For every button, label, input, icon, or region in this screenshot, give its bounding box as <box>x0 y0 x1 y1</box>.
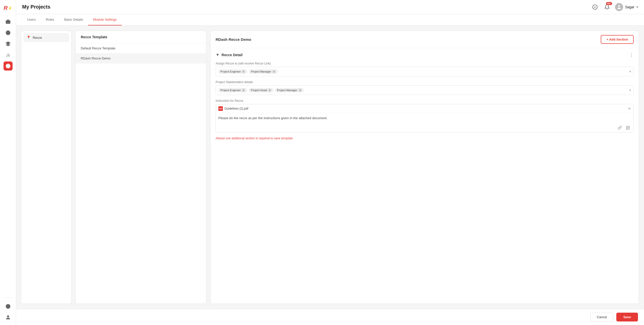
stakeholder-tag-1: Project Head ✕ <box>249 88 273 92</box>
stakeholder-tag-1-label: Project Head <box>251 89 267 92</box>
sidebar-item-analytics[interactable] <box>4 50 13 59</box>
notification-badge: 99+ <box>606 2 612 5</box>
tab-roles[interactable]: Roles <box>41 14 59 25</box>
sidebar-item-settings[interactable] <box>4 61 13 71</box>
stakeholder-tag-2-remove[interactable]: ✕ <box>298 88 302 92</box>
recce-panel-title: RDash Recce Demo <box>216 37 251 42</box>
recce-panel-header: RDash Recce Demo + Add Section <box>211 31 639 48</box>
assign-recce-field: Assign Recce to (will receive Recce Link… <box>216 62 634 76</box>
tab-basic-details[interactable]: Basic Details <box>59 14 88 25</box>
more-options-icon[interactable]: ⋮ <box>629 52 634 58</box>
tab-module-settings[interactable]: Module Settings <box>88 14 122 25</box>
stakeholders-tags-row: Project Engineer ✕ Project Head ✕ Projec… <box>218 88 304 92</box>
stakeholders-select-arrow-icon: ▾ <box>629 88 631 92</box>
recce-icon: 📍 <box>26 36 31 40</box>
assign-tag-1: Project Manager ✕ <box>249 69 278 74</box>
instruction-toolbar <box>216 123 633 132</box>
instruction-box[interactable]: PDF Guidelines (2).pdf ✕ Please do the r… <box>216 104 634 133</box>
stakeholder-tag-2-label: Project Manager <box>277 89 297 92</box>
pdf-icon: PDF <box>218 106 223 111</box>
user-menu[interactable]: Sagar ▾ <box>615 3 638 11</box>
attachment-close-icon[interactable]: ✕ <box>628 107 631 111</box>
instruction-field: Instruction for Recce PDF Guidelines (2)… <box>216 99 634 133</box>
assign-tag-1-label: Project Manager <box>251 70 271 73</box>
link-icon[interactable] <box>617 125 623 131</box>
svg-rect-0 <box>6 21 10 24</box>
logo-bolt: ⚡ <box>8 6 12 10</box>
instruction-text: Please do the recce as per the instructi… <box>216 113 633 123</box>
logo-text: R <box>4 5 8 11</box>
recce-detail-panel: RDash Recce Demo + Add Section ▼ Recce D… <box>210 31 639 304</box>
recce-section-content: ▼ Recce Detail ⋮ Assign Recce to (will r… <box>211 48 639 304</box>
attachment-row: PDF Guidelines (2).pdf ✕ <box>216 104 633 113</box>
stakeholder-tag-0-label: Project Engineer <box>220 89 241 92</box>
sidebar-item-layers[interactable] <box>4 39 13 48</box>
module-item-label: Recce <box>33 36 42 40</box>
section-title: Recce Detail <box>222 53 243 57</box>
assign-recce-label: Assign Recce to (will receive Recce Link… <box>216 62 634 65</box>
svg-point-11 <box>618 5 620 7</box>
content-area: 📍 Recce Recce Template Default Recce Tem… <box>16 26 644 309</box>
sidebar: R ⚡ <box>0 0 16 325</box>
module-list-panel: 📍 Recce <box>21 31 71 304</box>
stakeholders-field: Project Stakeholders details Project Eng… <box>216 80 634 95</box>
sidebar-divider <box>4 298 12 298</box>
cancel-button[interactable]: Cancel <box>590 313 613 321</box>
section-title-row: ▼ Recce Detail <box>216 53 243 57</box>
topbar: My Projects 99+ Sagar ▾ <box>16 0 644 14</box>
svg-marker-2 <box>6 42 10 44</box>
template-list-panel: Recce Template Default Recce Template RD… <box>75 31 206 304</box>
assign-tag-1-remove[interactable]: ✕ <box>272 70 276 73</box>
user-chevron-icon: ▾ <box>636 5 638 9</box>
stakeholder-tag-0: Project Engineer ✕ <box>218 88 247 92</box>
sidebar-item-projects[interactable] <box>4 17 13 26</box>
template-item-default[interactable]: Default Recce Template <box>76 43 206 53</box>
assign-tag-0-label: Project Engineer <box>220 70 241 73</box>
avatar <box>615 3 623 11</box>
page-title: My Projects <box>22 4 50 10</box>
attachment-info: PDF Guidelines (2).pdf <box>218 106 248 111</box>
error-message: Atleast one additional section is requir… <box>216 137 634 140</box>
main-content: My Projects 99+ Sagar ▾ Users Roles Basi… <box>16 0 644 325</box>
app-logo: R ⚡ <box>3 3 13 13</box>
module-item-recce[interactable]: 📍 Recce <box>23 33 69 42</box>
tasks-icon-btn[interactable] <box>591 3 599 11</box>
assign-tag-0-remove[interactable]: ✕ <box>242 70 245 73</box>
stakeholders-select[interactable]: Project Engineer ✕ Project Head ✕ Projec… <box>216 85 634 95</box>
topbar-right: 99+ Sagar ▾ <box>591 3 638 11</box>
add-section-button[interactable]: + Add Section <box>601 35 634 44</box>
save-button[interactable]: Save <box>616 313 638 321</box>
assign-select-arrow-icon: ▾ <box>629 70 631 73</box>
image-icon[interactable] <box>625 125 631 131</box>
template-item-rdash[interactable]: RDash Recce Demo <box>76 53 206 63</box>
svg-point-13 <box>627 127 628 127</box>
tab-users[interactable]: Users <box>22 14 41 25</box>
sidebar-item-help[interactable] <box>4 302 13 311</box>
sidebar-item-tasks[interactable] <box>4 28 13 37</box>
notifications-icon-btn[interactable]: 99+ <box>603 3 611 11</box>
instruction-label: Instruction for Recce <box>216 99 634 103</box>
sidebar-bottom <box>4 296 13 322</box>
svg-point-9 <box>7 316 9 317</box>
stakeholder-tag-0-remove[interactable]: ✕ <box>242 88 245 92</box>
page-footer: Cancel Save <box>16 309 644 325</box>
recce-detail-section-header: ▼ Recce Detail ⋮ <box>216 52 634 58</box>
collapse-icon[interactable]: ▼ <box>216 53 220 57</box>
assign-tags-row: Project Engineer ✕ Project Manager ✕ <box>218 69 278 74</box>
stakeholder-tag-2: Project Manager ✕ <box>275 88 304 92</box>
user-name: Sagar <box>625 5 634 9</box>
assign-recce-select[interactable]: Project Engineer ✕ Project Manager ✕ ▾ <box>216 67 634 76</box>
assign-tag-0: Project Engineer ✕ <box>218 69 247 74</box>
attachment-filename: Guidelines (2).pdf <box>224 107 248 110</box>
template-panel-header: Recce Template <box>76 31 206 43</box>
stakeholders-label: Project Stakeholders details <box>216 80 634 84</box>
stakeholder-tag-1-remove[interactable]: ✕ <box>268 88 271 92</box>
sidebar-item-profile[interactable] <box>4 313 13 322</box>
tabs-bar: Users Roles Basic Details Module Setting… <box>16 14 644 26</box>
